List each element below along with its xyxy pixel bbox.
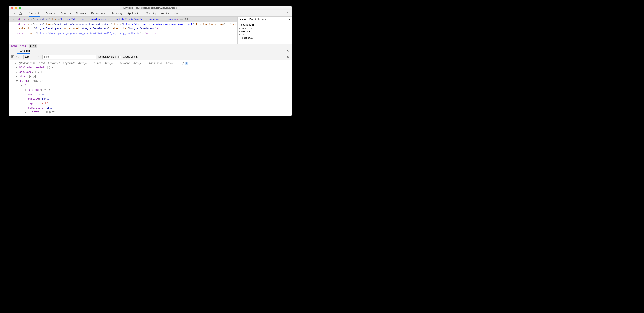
tab-elements[interactable]: Elements [29, 10, 40, 16]
group-similar-checkbox[interactable]: ✓ [118, 55, 121, 58]
elements-panel: … <link rel="stylesheet" href="https://d… [9, 16, 292, 43]
execute-icon[interactable] [11, 55, 14, 58]
main-tabstrip: Elements Console Sources Network Perform… [9, 10, 292, 16]
styles-sidebar: Styles Event Listeners » mouseover pageh… [238, 16, 292, 43]
sidebar-tabs: Styles Event Listeners » [238, 16, 292, 22]
inspect-element-icon[interactable] [12, 11, 16, 15]
dom-node-link-stylesheet: <link rel="stylesheet" href="https://dev… [17, 16, 237, 21]
tab-axe[interactable]: aXe [174, 10, 179, 16]
console-filter-input[interactable] [42, 54, 96, 59]
group-similar-label: Group similar [123, 55, 138, 58]
console-object-row[interactable]: ajaxSend: [{…}] [11, 70, 290, 74]
tab-memory[interactable]: Memory [112, 10, 122, 16]
console-object-row[interactable]: click: Array(3) [11, 79, 290, 83]
back-icon[interactable]: ‹ [11, 62, 14, 64]
selected-node-indicator: == $0 [179, 17, 188, 20]
console-object-row[interactable]: passive: false [11, 97, 290, 101]
dom-selected-node[interactable]: … <link rel="stylesheet" href="https://d… [9, 16, 237, 21]
dom-node-script[interactable]: <script src="https://developers.google.c… [9, 31, 237, 36]
crumb-link[interactable]: link [29, 44, 37, 48]
event-listeners-list: mouseover pagehide resize scroll Window [238, 22, 292, 40]
sidebar-tab-styles[interactable]: Styles [239, 16, 246, 22]
tab-console[interactable]: Console [45, 10, 56, 16]
console-object-row[interactable]: 0: [11, 83, 290, 87]
listener-item-scroll[interactable]: scroll [239, 33, 290, 36]
tab-audits[interactable]: Audits [161, 10, 169, 16]
info-icon[interactable]: i [185, 62, 188, 65]
tab-performance[interactable]: Performance [91, 10, 107, 16]
console-drawer-header: Console × [9, 48, 292, 54]
close-drawer-icon[interactable]: × [284, 49, 292, 53]
console-object-row[interactable]: DOMContentLoaded: [{…}] [11, 65, 290, 70]
devtools-window: DevTools - developers.google.com/web/sho… [9, 6, 292, 116]
drawer-menu-icon[interactable] [12, 49, 15, 53]
href-link[interactable]: https://developers.google.com/s/opensear… [123, 22, 192, 25]
console-output[interactable]: ‹ {DOMContentLoaded: Array(1), pagehide:… [9, 60, 292, 116]
device-toolbar-icon[interactable] [18, 11, 22, 15]
main-menu-icon[interactable] [286, 12, 289, 15]
listener-child-window[interactable]: Window [239, 36, 290, 39]
dom-node-link-search[interactable]: <link rel="search" type="application/ope… [9, 21, 237, 31]
console-settings-icon[interactable]: ⚙ [287, 55, 290, 59]
sidebar-more-tabs-icon[interactable]: » [288, 18, 290, 21]
crumb-html[interactable]: html [11, 44, 17, 47]
tab-sources[interactable]: Sources [61, 10, 71, 16]
svg-line-5 [17, 56, 18, 58]
dom-tree[interactable]: … <link rel="stylesheet" href="https://d… [9, 16, 238, 43]
expand-siblings-icon[interactable]: … [9, 16, 17, 21]
log-levels-dropdown[interactable]: Default levels ▼ [98, 55, 116, 58]
dom-breadcrumb: html head link [9, 43, 292, 48]
console-object-summary[interactable]: ‹ {DOMContentLoaded: Array(1), pagehide:… [11, 61, 290, 65]
console-object-row[interactable]: once: false [11, 92, 290, 97]
tab-application[interactable]: Application [127, 10, 141, 16]
console-object-row[interactable]: type: "click" [11, 101, 290, 105]
tab-network[interactable]: Network [76, 10, 86, 16]
clear-console-icon[interactable] [16, 55, 19, 58]
expand-icon[interactable] [14, 63, 16, 64]
sidebar-tab-event-listeners[interactable]: Event Listeners [249, 17, 267, 22]
console-object-row[interactable]: useCapture: true [11, 105, 290, 110]
svg-rect-2 [20, 13, 22, 15]
window-title: DevTools - developers.google.com/web/sho… [9, 6, 292, 9]
href-link[interactable]: https://developers.google.com/_static/64… [61, 17, 176, 20]
console-toolbar: top Default levels ▼ ✓ Group similar ⚙ [9, 54, 292, 60]
context-selector[interactable]: top [23, 55, 40, 59]
console-object-row[interactable]: blur: [{…}] [11, 74, 290, 79]
main-tabs: Elements Console Sources Network Perform… [25, 10, 179, 16]
listener-item-mouseover[interactable]: mouseover [239, 23, 290, 26]
drawer-tab-console[interactable]: Console [17, 48, 30, 54]
console-object-row[interactable]: __proto__: Object [11, 110, 290, 114]
listener-item-pagehide[interactable]: pagehide [239, 26, 290, 30]
titlebar: DevTools - developers.google.com/web/sho… [9, 6, 292, 10]
console-object-row[interactable]: listener: ƒ (d) [11, 88, 290, 92]
listener-item-resize[interactable]: resize [239, 30, 290, 33]
tab-security[interactable]: Security [146, 10, 156, 16]
crumb-head[interactable]: head [20, 44, 26, 47]
